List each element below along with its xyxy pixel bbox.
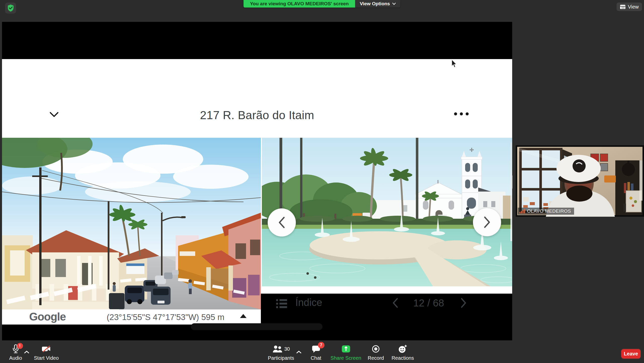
record-button[interactable]: Record: [368, 344, 384, 361]
carousel-prev-button[interactable]: [268, 208, 296, 237]
leave-button[interactable]: Leave: [621, 349, 640, 358]
share-screen-button[interactable]: Share Screen: [331, 344, 361, 361]
chat-button[interactable]: 7 Chat: [311, 344, 321, 361]
screen-share-banner: You are viewing OLAVO MEDEIROS' screen V…: [244, 0, 400, 8]
participants-count: 30: [284, 346, 290, 352]
chevron-right-icon: [483, 216, 491, 229]
participant-video-tile: OLAVO MEDEIROS: [516, 145, 644, 217]
view-options-label: View Options: [360, 1, 390, 7]
chat-unread-badge: 7: [318, 342, 325, 348]
participants-icon: [272, 345, 283, 353]
participants-button[interactable]: 30 Participants: [268, 344, 294, 361]
slide-title: 217 R. Barão do Itaim: [2, 108, 512, 122]
chevron-down-icon: [392, 3, 396, 5]
reactions-label: Reactions: [392, 355, 414, 361]
chat-label: Chat: [311, 355, 321, 361]
webcam-video: [516, 145, 644, 217]
security-shield-button[interactable]: [5, 3, 16, 14]
carousel-next-button[interactable]: [473, 208, 501, 236]
audio-options-caret[interactable]: [24, 350, 29, 354]
chevron-left-icon: [392, 297, 398, 308]
index-button[interactable]: [276, 298, 287, 310]
zoom-meeting-window: You are viewing OLAVO MEDEIROS' screen V…: [0, 0, 644, 363]
viewing-screen-notice: You are viewing OLAVO MEDEIROS' screen: [244, 0, 355, 8]
street-view-coordinates: (23°15'55"S 47°17'53"W) 595 m: [85, 312, 246, 322]
participant-name-label: OLAVO MEDEIROS: [518, 208, 574, 215]
page-prev-button[interactable]: [392, 297, 398, 309]
microphone-icon: !: [12, 344, 19, 354]
participants-options-caret[interactable]: [296, 350, 301, 354]
reactions-button[interactable]: Reactions: [392, 344, 414, 361]
page-indicator: 12 / 68: [409, 297, 449, 309]
plaza-carousel-photo: [262, 138, 512, 286]
record-icon: [372, 344, 380, 354]
start-video-label: Start Video: [34, 355, 59, 361]
google-logo[interactable]: Google: [29, 310, 66, 323]
record-label: Record: [368, 355, 384, 361]
shield-check-icon: [7, 4, 14, 12]
view-button-label: View: [628, 4, 639, 10]
share-screen-label: Share Screen: [331, 355, 361, 361]
grid-view-icon: [620, 5, 626, 9]
street-scene-illustration: [2, 138, 261, 309]
chevron-left-icon: [277, 216, 286, 229]
participants-icon-row: 30: [272, 344, 290, 354]
audio-button[interactable]: ! Audio: [9, 344, 22, 361]
horizontal-scrollbar[interactable]: [191, 323, 323, 330]
video-camera-off-icon: [42, 344, 51, 354]
participant-name: OLAVO MEDEIROS: [527, 208, 571, 214]
reactions-smiley-icon: [398, 344, 408, 354]
street-view-photo: [2, 138, 261, 309]
chat-bubble-icon: 7: [312, 344, 320, 354]
street-view-info-bar: Google (23°15'55"S 47°17'53"W) 595 m: [2, 309, 261, 325]
list-icon: [276, 298, 287, 309]
shared-screen-stage: 217 R. Barão do Itaim: [2, 22, 512, 340]
mouse-cursor: [451, 59, 458, 68]
share-screen-icon: [341, 344, 350, 354]
presentation-slide: 217 R. Barão do Itaim: [2, 59, 512, 294]
audio-level-icon: [519, 209, 525, 213]
plaza-scene-illustration: [262, 138, 512, 286]
chevron-right-icon: [460, 297, 467, 308]
audio-label: Audio: [9, 355, 22, 361]
start-video-button[interactable]: Start Video: [34, 344, 59, 361]
view-layout-button[interactable]: View: [617, 3, 642, 11]
expand-triangle-button[interactable]: [240, 314, 247, 318]
audio-alert-badge: !: [17, 343, 23, 349]
view-options-button[interactable]: View Options: [355, 0, 400, 8]
page-next-button[interactable]: [460, 297, 467, 309]
window-edge-sliver: [510, 143, 512, 241]
more-options-button[interactable]: [454, 112, 469, 115]
participants-label: Participants: [268, 355, 294, 361]
index-label[interactable]: Índice: [295, 297, 322, 308]
